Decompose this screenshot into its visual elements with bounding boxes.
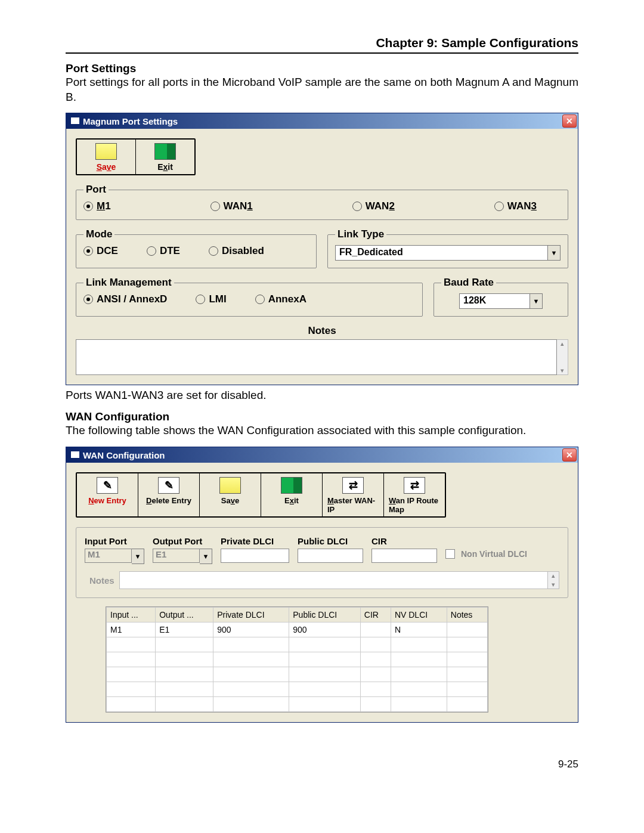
window-icon — [70, 451, 79, 459]
public-dlci-input[interactable] — [298, 549, 363, 563]
section-port-settings-text: Port settings for all ports in the Micro… — [66, 75, 578, 104]
port-legend: Port — [83, 184, 109, 196]
baud-value: 128K — [459, 293, 530, 309]
radio-m1[interactable]: M1 — [83, 200, 111, 212]
output-port-label: Output Port — [153, 536, 212, 546]
exit-button[interactable]: Exit — [136, 140, 194, 174]
radio-wan3[interactable]: WAN3 — [494, 200, 537, 212]
port-dialog-title: Magnum Port Settings — [83, 116, 178, 126]
baud-combo[interactable]: 128K ▼ — [459, 293, 543, 309]
table-row[interactable] — [107, 697, 488, 712]
port-caption: Ports WAN1-WAN3 are set for disabled. — [66, 389, 578, 402]
input-port-value: M1 — [85, 549, 132, 563]
col-header[interactable]: Private DLCI — [213, 608, 289, 623]
radio-lmi[interactable]: LMI — [196, 293, 226, 305]
radio-dce[interactable]: DCE — [83, 245, 118, 257]
baud-fieldset: Baud Rate 128K ▼ — [434, 277, 568, 317]
port-toolbar: Save Exit — [76, 138, 196, 175]
exit-button[interactable]: Exit — [261, 473, 323, 516]
port-dialog-titlebar[interactable]: Magnum Port Settings ✕ — [66, 113, 578, 129]
table-row[interactable]: M1E1900900N — [107, 623, 488, 637]
window-icon — [70, 117, 79, 125]
save-icon — [95, 143, 117, 160]
section-port-settings-heading: Port Settings — [66, 62, 578, 75]
col-header[interactable]: Output ... — [156, 608, 213, 623]
tool-icon — [219, 477, 241, 494]
linkmgmt-fieldset: Link Management ANSI / AnnexDLMIAnnexA — [76, 277, 423, 317]
cir-input[interactable] — [371, 549, 437, 563]
wan-config-dialog: WAN Configuration ✕ ✎New Entry✎Delete En… — [66, 447, 578, 723]
col-header[interactable]: Input ... — [107, 608, 156, 623]
tool-icon: ✎ — [97, 477, 118, 494]
wan-notes-label: Notes — [85, 571, 119, 589]
wan-notes-input[interactable] — [119, 571, 548, 589]
tool-icon: ✎ — [158, 477, 179, 494]
table-row[interactable] — [107, 652, 488, 667]
baud-legend: Baud Rate — [441, 277, 496, 289]
public-dlci-label: Public DLCI — [298, 536, 363, 546]
nonvirtual-dlci-checkbox[interactable]: Non Virtual DLCI — [445, 549, 527, 559]
section-wan-text: The following table shows the WAN Config… — [66, 423, 578, 438]
port-fieldset: Port M1WAN1WAN2WAN3 — [76, 184, 568, 220]
input-port-combo[interactable]: M1 ▼ — [85, 549, 144, 564]
input-port-label: Input Port — [85, 536, 144, 546]
exit-icon — [154, 143, 176, 160]
linktype-combo[interactable]: FR_Dedicated ▼ — [335, 245, 561, 261]
wan-dialog-title: WAN Configuration — [83, 450, 165, 460]
wan-ip-route-map-button[interactable]: ⇄Wan IP Route Map — [384, 473, 445, 516]
chapter-title: Chapter 9: Sample Configurations — [66, 36, 578, 50]
radio-wan1[interactable]: WAN1 — [210, 200, 253, 212]
linkmgmt-legend: Link Management — [83, 277, 174, 289]
tool-icon: ⇄ — [342, 477, 364, 494]
master-wan-ip-button[interactable]: ⇄Master WAN-IP — [323, 473, 384, 516]
delete-entry-button[interactable]: ✎Delete Entry — [138, 473, 200, 516]
linktype-legend: Link Type — [335, 228, 386, 240]
radio-dte[interactable]: DTE — [147, 245, 180, 257]
radio-annexa[interactable]: AnnexA — [255, 293, 306, 305]
private-dlci-input[interactable] — [221, 549, 289, 563]
save-button[interactable]: Save — [77, 140, 136, 174]
scrollbar[interactable]: ▴▾ — [548, 571, 559, 589]
cir-label: CIR — [371, 536, 437, 546]
col-header[interactable]: Notes — [447, 608, 487, 623]
chevron-down-icon[interactable]: ▼ — [132, 549, 144, 564]
new-entry-button[interactable]: ✎New Entry — [77, 473, 138, 516]
save-button[interactable]: Save — [200, 473, 261, 516]
notes-textarea[interactable] — [76, 339, 557, 375]
col-header[interactable]: CIR — [360, 608, 391, 623]
wan-toolbar: ✎New Entry✎Delete EntrySaveExit⇄Master W… — [76, 472, 446, 518]
tool-icon: ⇄ — [404, 477, 425, 494]
wan-dialog-titlebar[interactable]: WAN Configuration ✕ — [66, 447, 578, 463]
table-row[interactable] — [107, 682, 488, 697]
chevron-down-icon[interactable]: ▼ — [548, 245, 561, 261]
section-wan-heading: WAN Configuration — [66, 410, 578, 423]
linktype-fieldset: Link Type FR_Dedicated ▼ — [327, 228, 568, 268]
table-row[interactable] — [107, 667, 488, 682]
radio-disabled[interactable]: Disabled — [209, 245, 264, 257]
output-port-value: E1 — [153, 549, 200, 563]
linktype-value: FR_Dedicated — [335, 245, 548, 261]
radio-ansiannexd[interactable]: ANSI / AnnexD — [83, 293, 167, 305]
page-number: 9-25 — [66, 758, 578, 770]
close-icon[interactable]: ✕ — [562, 114, 577, 128]
close-icon[interactable]: ✕ — [562, 448, 577, 462]
output-port-combo[interactable]: E1 ▼ — [153, 549, 212, 564]
col-header[interactable]: NV DLCI — [391, 608, 447, 623]
col-header[interactable]: Public DLCI — [289, 608, 361, 623]
chevron-down-icon[interactable]: ▼ — [200, 549, 212, 564]
radio-wan2[interactable]: WAN2 — [352, 200, 395, 212]
chevron-down-icon[interactable]: ▼ — [530, 293, 543, 309]
private-dlci-label: Private DLCI — [221, 536, 289, 546]
table-row[interactable] — [107, 637, 488, 652]
port-settings-dialog: Magnum Port Settings ✕ Save Exit Port M1… — [66, 113, 578, 385]
tool-icon — [281, 477, 302, 494]
mode-fieldset: Mode DCEDTEDisabled — [76, 228, 317, 268]
notes-label: Notes — [76, 325, 568, 337]
rule — [66, 52, 578, 54]
scrollbar[interactable]: ▴▾ — [557, 339, 568, 375]
mode-legend: Mode — [83, 228, 114, 240]
wan-form-panel: Input Port M1 ▼ Output Port E1 ▼ — [76, 527, 568, 598]
wan-table[interactable]: Input ...Output ...Private DLCIPublic DL… — [106, 606, 488, 713]
